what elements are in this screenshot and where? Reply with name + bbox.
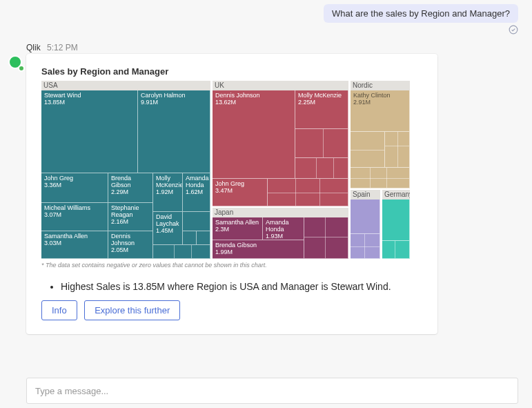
sender-name: Qlik: [26, 43, 41, 52]
sender-time: 5:12 PM: [47, 43, 78, 52]
cell-usa-samantha[interactable]: Samantha Allen 3.03M: [41, 231, 108, 259]
response-card: Sales by Region and Manager USA Stewart …: [26, 54, 437, 334]
cell-value: 1.45M: [156, 228, 179, 235]
cell-spain-top[interactable]: [351, 200, 380, 234]
cell-nor-kathy[interactable]: Kathy Clinton 2.91M: [351, 90, 410, 132]
cell-usa-amanda[interactable]: Amanda Honda 1.62M: [183, 173, 210, 212]
cell-germany-top[interactable]: [382, 200, 410, 241]
info-button[interactable]: Info: [41, 300, 77, 320]
cell-uk-dennis[interactable]: Dennis Johnson 13.62M: [213, 90, 295, 179]
presence-indicator-icon: [18, 65, 25, 72]
app-root: What are the sales by Region and Manager…: [0, 0, 532, 408]
cell-uk-small2[interactable]: [295, 158, 348, 179]
cell-nor-small2[interactable]: [385, 132, 410, 168]
cell-usa-brenda[interactable]: Brenda Gibson 2.29M: [108, 173, 153, 203]
cell-value: 3.47M: [215, 188, 264, 195]
cell-uk-small3[interactable]: [268, 179, 348, 206]
cell-value: 3.07M: [44, 212, 105, 219]
cell-uk-small1[interactable]: [295, 129, 348, 158]
cell-usa-johngreg[interactable]: John Greg 3.36M: [41, 173, 108, 203]
compose-box[interactable]: Type a message...: [26, 378, 518, 404]
cell-usa-micheal[interactable]: Micheal Williams 3.07M: [41, 203, 108, 231]
cell-spain-bottom[interactable]: [351, 234, 380, 259]
cell-jp-samantha[interactable]: Samantha Allen 2.3M: [213, 217, 263, 240]
cell-germany-bottom[interactable]: [382, 241, 410, 259]
cell-usa-stewart[interactable]: Stewart Wind 13.85M: [41, 90, 138, 173]
cell-value: 2.3M: [215, 226, 259, 233]
region-header-nordic: Nordic: [351, 81, 410, 90]
cell-name: Amanda Honda: [186, 175, 207, 189]
cell-value: 1.92M: [156, 189, 179, 196]
svg-point-0: [509, 26, 518, 34]
cell-usa-molly[interactable]: Molly McKenzie 1.92M: [153, 173, 183, 212]
cell-jp-small[interactable]: [304, 217, 348, 259]
cell-name: Brenda Gibson: [111, 175, 150, 189]
cell-uk-johngreg[interactable]: John Greg 3.47M: [213, 179, 268, 206]
avatar: [8, 55, 23, 70]
treemap-chart[interactable]: USA Stewart Wind 13.85M Carolyn Halmon 9…: [41, 81, 410, 259]
cell-usa-dennis[interactable]: Dennis Johnson 2.05M: [108, 231, 153, 259]
insight-item: Highest Sales is 13.85M where Region is …: [61, 281, 422, 292]
cell-value: 3.03M: [44, 240, 105, 247]
cell-value: 13.62M: [215, 99, 292, 106]
chart-footnote: * The data set contains negative or zero…: [41, 262, 422, 269]
explore-button[interactable]: Explore this further: [84, 300, 180, 320]
cell-name: Molly McKenzie: [156, 175, 179, 189]
compose-placeholder: Type a message...: [35, 386, 108, 396]
cell-value: 2.05M: [111, 247, 150, 254]
cell-usa-small1[interactable]: [183, 212, 210, 231]
cell-usa-small2[interactable]: [183, 231, 197, 245]
chart-title: Sales by Region and Manager: [41, 66, 422, 77]
region-header-japan: Japan: [213, 208, 348, 217]
cell-value: 1.62M: [186, 189, 207, 196]
cell-uk-molly[interactable]: Molly McKenzie 2.25M: [295, 90, 348, 129]
cell-nor-small3[interactable]: [351, 168, 410, 188]
cell-usa-stephanie[interactable]: Stephanie Reagan 2.16M: [108, 203, 153, 231]
cell-jp-amanda[interactable]: Amanda Honda 1.93M: [263, 217, 304, 240]
cell-name: David Laychak: [156, 214, 179, 228]
cell-value: 3.36M: [44, 182, 105, 189]
card-actions: Info Explore this further: [41, 300, 422, 320]
user-message-text: What are the sales by Region and Manager…: [332, 8, 510, 19]
cell-value: 1.99M: [215, 249, 301, 256]
cell-value: 2.25M: [298, 99, 345, 106]
cell-jp-brenda[interactable]: Brenda Gibson 1.99M: [213, 240, 304, 259]
cell-usa-small4[interactable]: [153, 245, 210, 259]
user-message-bubble: What are the sales by Region and Manager…: [324, 4, 518, 23]
sender-row: Qlik 5:12 PM: [26, 43, 78, 52]
region-header-germany: Germany: [382, 190, 410, 200]
cell-value: 9.91M: [141, 99, 207, 106]
insights-list: Highest Sales is 13.85M where Region is …: [48, 281, 422, 292]
cell-usa-small3[interactable]: [197, 231, 210, 245]
cell-value: 2.16M: [111, 219, 150, 226]
cell-value: 1.93M: [266, 233, 301, 240]
cell-nor-small1[interactable]: [351, 132, 385, 168]
region-header-usa: USA: [41, 81, 210, 90]
cell-usa-david[interactable]: David Laychak 1.45M: [153, 212, 183, 245]
cell-name: Amanda Honda: [266, 220, 301, 233]
cell-name: Stephanie Reagan: [111, 205, 150, 219]
cell-value: 13.85M: [44, 99, 135, 106]
cell-value: 2.91M: [353, 99, 406, 106]
region-header-uk: UK: [213, 81, 348, 90]
cell-name: Dennis Johnson: [111, 233, 150, 247]
region-header-spain: Spain: [351, 190, 380, 200]
cell-value: 2.29M: [111, 189, 150, 196]
sent-check-icon: [509, 25, 518, 35]
cell-usa-carolyn[interactable]: Carolyn Halmon 9.91M: [138, 90, 210, 173]
